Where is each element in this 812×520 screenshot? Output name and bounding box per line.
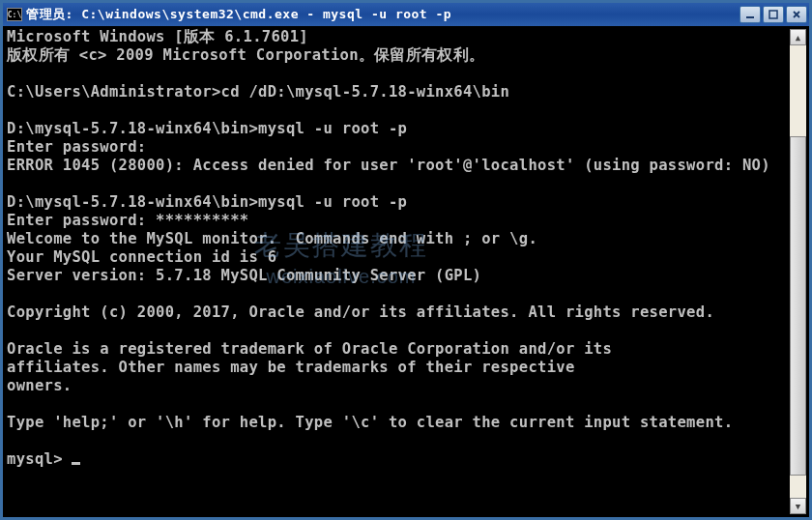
cmd-icon: C:\ xyxy=(7,8,22,21)
vertical-scrollbar[interactable]: ▲ ▼ xyxy=(790,29,806,514)
window-controls xyxy=(740,6,807,23)
maximize-icon xyxy=(768,10,778,19)
close-button[interactable] xyxy=(786,6,807,23)
scroll-down-button[interactable]: ▼ xyxy=(790,498,806,514)
terminal-output[interactable]: Microsoft Windows [版本 6.1.7601] 版权所有 <c>… xyxy=(3,26,809,517)
close-icon xyxy=(792,10,801,19)
maximize-button[interactable] xyxy=(763,6,784,23)
window-title: 管理员: C:\windows\system32\cmd.exe - mysql… xyxy=(26,6,740,23)
scrollbar-track[interactable] xyxy=(790,45,806,498)
svg-rect-1 xyxy=(769,11,777,18)
cmd-window: C:\ 管理员: C:\windows\system32\cmd.exe - m… xyxy=(0,0,812,520)
svg-rect-0 xyxy=(746,16,754,18)
scrollbar-thumb[interactable] xyxy=(790,136,806,476)
minimize-button[interactable] xyxy=(740,6,761,23)
cursor xyxy=(72,462,80,465)
minimize-icon xyxy=(745,10,755,19)
scroll-up-button[interactable]: ▲ xyxy=(790,29,806,45)
titlebar[interactable]: C:\ 管理员: C:\windows\system32\cmd.exe - m… xyxy=(3,3,809,26)
